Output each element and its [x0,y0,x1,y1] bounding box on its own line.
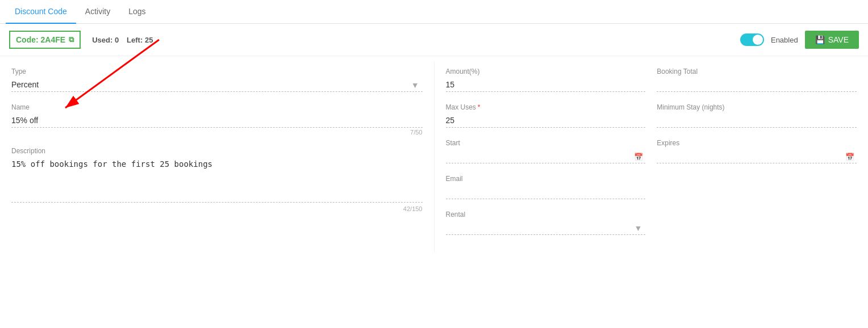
start-input[interactable] [446,149,646,163]
amount-field-group: Amount(%) [446,68,646,92]
min-stay-label: Minimum Stay (nights) [657,103,857,111]
enabled-toggle[interactable] [740,33,764,46]
left-info: Left: 25 [127,36,153,44]
min-stay-field-group: Minimum Stay (nights) [657,103,857,128]
save-label: SAVE [828,35,849,44]
right-col-2: Booking Total Minimum Stay (nights) Expi… [657,68,857,246]
start-label: Start [446,139,646,147]
description-char-count: 42/150 [11,205,423,212]
used-label: Used: [92,36,112,44]
booking-total-input[interactable] [657,78,857,92]
enabled-label: Enabled [771,36,798,44]
max-uses-input[interactable] [446,113,646,128]
rental-label: Rental [446,211,646,218]
name-field-group: Name 7/50 [11,103,423,136]
type-select-wrapper: Percent Fixed ▼ [11,78,423,92]
expires-field-group: Expires 📅 [657,139,857,163]
description-field-group: Description 15% off bookings for the fir… [11,147,423,212]
right-col-1: Amount(%) Max Uses * Start 📅 [446,68,657,246]
header-right: Enabled 💾 SAVE [740,31,859,49]
tab-logs[interactable]: Logs [119,0,155,24]
tabs-bar: Discount Code Activity Logs [0,0,868,24]
name-input[interactable] [11,113,423,128]
tab-activity[interactable]: Activity [76,0,119,24]
type-label: Type [11,68,423,75]
expires-label: Expires [657,139,857,147]
rental-field-group: Rental ▼ [446,211,646,235]
email-input[interactable] [446,185,646,199]
start-field-group: Start 📅 [446,139,646,163]
name-label: Name [11,103,423,111]
code-badge: Code: 2A4FE ⧉ [9,31,81,49]
booking-total-label: Booking Total [657,68,857,75]
header-bar: Code: 2A4FE ⧉ Used: 0 Left: 25 Enabled 💾… [0,24,868,56]
save-button[interactable]: 💾 SAVE [805,31,859,49]
name-char-count: 7/50 [11,129,423,136]
description-label: Description [11,147,423,155]
required-indicator: * [478,103,481,111]
save-icon: 💾 [815,35,825,44]
rental-select-wrapper: ▼ [446,221,646,235]
tab-discount-code[interactable]: Discount Code [6,0,76,24]
left-value: 25 [145,36,153,44]
max-uses-label: Max Uses * [446,103,646,111]
max-uses-field-group: Max Uses * [446,103,646,128]
main-content: Type Percent Fixed ▼ Name 7/50 Descripti… [0,56,868,258]
used-info: Used: 0 [92,36,119,44]
min-stay-input[interactable] [657,113,857,128]
type-select[interactable]: Percent Fixed [11,78,423,92]
type-field-group: Type Percent Fixed ▼ [11,68,423,92]
right-panel: Amount(%) Max Uses * Start 📅 [435,62,869,252]
expires-input[interactable] [657,149,857,163]
code-label: Code: 2A4FE [16,35,65,44]
start-input-wrapper: 📅 [446,149,646,163]
amount-input[interactable] [446,78,646,92]
copy-icon[interactable]: ⧉ [69,35,74,44]
description-input[interactable]: 15% off bookings for the first 25 bookin… [11,157,423,203]
email-field-group: Email [446,175,646,199]
email-label: Email [446,175,646,183]
expires-input-wrapper: 📅 [657,149,857,163]
used-left-info: Used: 0 Left: 25 [92,36,153,44]
left-panel: Type Percent Fixed ▼ Name 7/50 Descripti… [0,62,435,252]
amount-label: Amount(%) [446,68,646,75]
used-value: 0 [115,36,119,44]
left-label: Left: [127,36,143,44]
rental-select[interactable] [446,221,646,235]
booking-total-field-group: Booking Total [657,68,857,92]
